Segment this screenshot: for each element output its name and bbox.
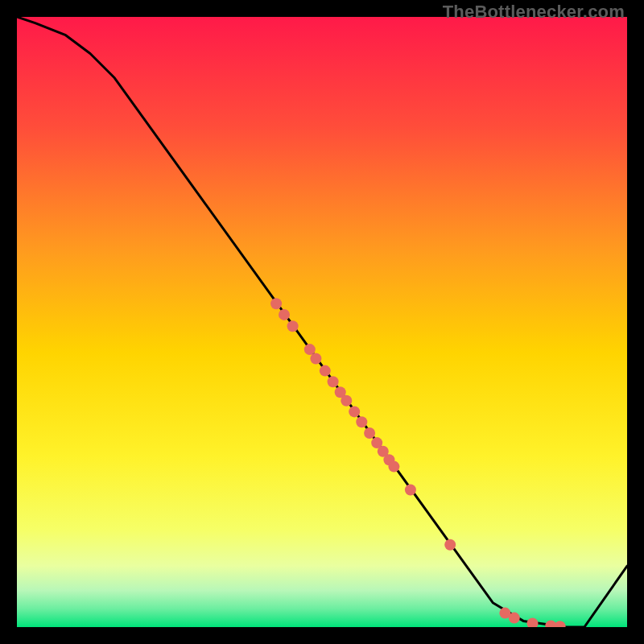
chart-plot: [17, 17, 627, 627]
svg-point-8: [341, 395, 352, 407]
chart-frame: [17, 17, 627, 627]
svg-point-9: [349, 406, 360, 417]
watermark-text: TheBottlenecker.com: [443, 2, 625, 23]
svg-point-15: [388, 461, 399, 473]
svg-point-19: [509, 613, 520, 624]
svg-point-17: [444, 539, 456, 551]
svg-point-4: [310, 353, 321, 365]
svg-point-11: [364, 427, 375, 439]
svg-point-2: [287, 320, 299, 332]
svg-point-5: [320, 365, 331, 377]
svg-point-3: [304, 344, 316, 355]
svg-point-10: [356, 416, 367, 427]
svg-point-1: [279, 309, 290, 320]
gradient-background: [17, 17, 627, 627]
svg-point-0: [270, 298, 282, 309]
svg-point-16: [405, 485, 416, 496]
svg-point-6: [328, 376, 339, 387]
